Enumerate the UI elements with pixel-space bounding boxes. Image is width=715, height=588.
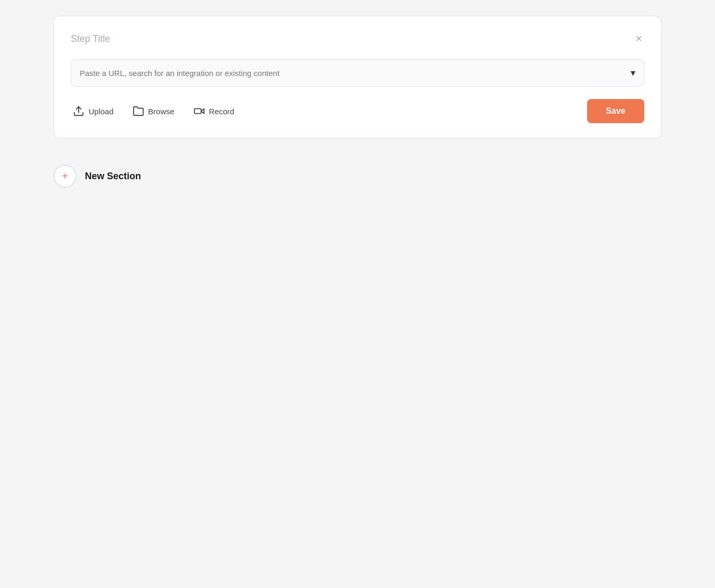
search-input[interactable] <box>80 69 631 78</box>
browse-button[interactable]: Browse <box>131 102 177 120</box>
upload-icon <box>73 105 84 117</box>
chevron-down-icon[interactable]: ▾ <box>631 67 635 79</box>
record-label: Record <box>209 107 234 116</box>
card-header: Step Title × <box>71 31 644 47</box>
step-title: Step Title <box>71 34 110 45</box>
save-button[interactable]: Save <box>587 99 644 123</box>
search-row: ▾ <box>71 59 644 86</box>
action-row: Upload Browse Record <box>71 99 644 123</box>
new-section-row: + New Section <box>53 159 662 193</box>
plus-icon: + <box>62 171 68 181</box>
add-section-button[interactable]: + <box>53 165 77 188</box>
svg-rect-1 <box>194 108 201 113</box>
page-container: Step Title × ▾ Upload <box>53 16 662 193</box>
upload-label: Upload <box>89 107 114 116</box>
browse-label: Browse <box>148 107 175 116</box>
upload-button[interactable]: Upload <box>71 102 116 120</box>
new-section-label: New Section <box>85 171 141 182</box>
browse-icon <box>133 105 144 117</box>
record-button[interactable]: Record <box>191 102 236 120</box>
record-icon <box>193 105 205 117</box>
dialog-card: Step Title × ▾ Upload <box>53 16 662 138</box>
close-button[interactable]: × <box>633 31 644 47</box>
